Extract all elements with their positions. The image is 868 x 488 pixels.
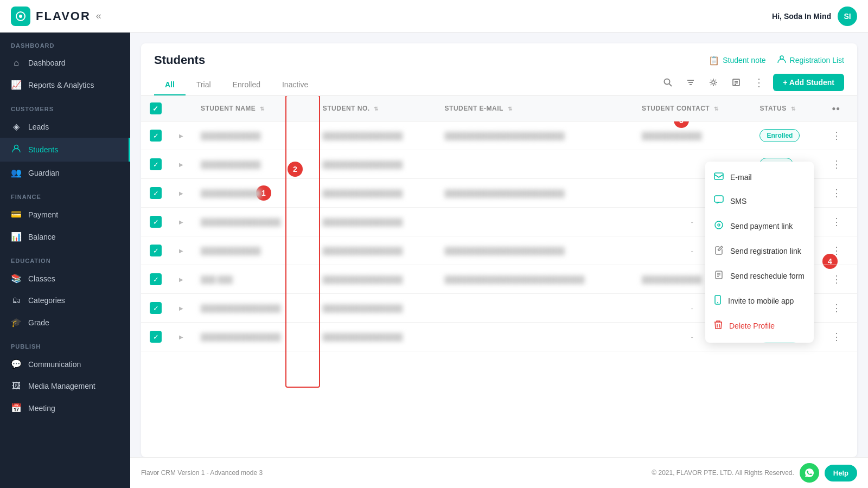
tab-trial[interactable]: Trial (186, 75, 222, 95)
logo-icon (11, 7, 30, 26)
menu-label-email: E-mail (730, 173, 752, 182)
row-more-7[interactable]: ⋮ (832, 302, 841, 314)
panel-header: Students 📋 Student note (141, 43, 857, 67)
row-expand-4[interactable]: ▶ (170, 208, 192, 236)
row-expand-8[interactable]: ▶ (170, 323, 192, 351)
copyright-text: © 2021, FLAVOR PTE. LTD. All Rights Rese… (652, 469, 794, 477)
context-dropdown-menu: E-mail SMS (705, 162, 814, 343)
more-options-button[interactable]: ⋮ (750, 74, 768, 91)
logo-area: FLAVOR « (11, 7, 101, 26)
sidebar-item-balance[interactable]: 📊 Balance (0, 226, 130, 248)
row-checkbox-3[interactable]: ✓ (141, 179, 170, 208)
row-more-2[interactable]: ⋮ (832, 158, 841, 170)
row-more-8[interactable]: ⋮ (832, 331, 841, 343)
reschedule-form-icon (714, 270, 724, 282)
menu-item-mobile-app[interactable]: Invite to mobile app (705, 288, 814, 313)
sidebar-item-categories[interactable]: 🗂 Categories (0, 290, 130, 311)
sidebar-item-meeting[interactable]: 📅 Meeting (0, 397, 130, 419)
menu-item-registration-link[interactable]: Send registration link (705, 239, 814, 264)
sidebar: DASHBOARD ⌂ Dashboard 📈 Reports & Analyt… (0, 33, 130, 488)
sort-icon-no: ⇅ (374, 106, 379, 112)
sidebar-label-classes: Classes (28, 274, 55, 283)
tab-inactive[interactable]: Inactive (271, 75, 319, 95)
sidebar-item-payment[interactable]: 💳 Payment (0, 203, 130, 226)
settings-button[interactable] (705, 74, 722, 91)
section-label-customers: CUSTOMERS (0, 96, 130, 115)
row-checkbox-6[interactable]: ✓ (141, 265, 170, 294)
row-name-4: ████████████████ (192, 208, 314, 236)
row-actions-8: ⋮ (823, 323, 857, 351)
row-no-3: ████████████████ (314, 179, 436, 208)
section-label-education: EDUCATION (0, 248, 130, 267)
menu-item-sms[interactable]: SMS (705, 189, 814, 214)
row-email-5: ████████████████████████ (436, 236, 633, 265)
sidebar-label-grade: Grade (28, 318, 49, 327)
user-avatar[interactable]: SI (838, 7, 857, 26)
add-student-button[interactable]: + Add Student (773, 74, 844, 91)
sidebar-item-media[interactable]: 🖼 Media Management (0, 375, 130, 397)
tab-enrolled[interactable]: Enrolled (222, 75, 271, 95)
menu-label-delete-profile: Delete Profile (729, 322, 775, 330)
row-email-7 (436, 294, 633, 323)
search-button[interactable] (659, 74, 676, 91)
categories-icon: 🗂 (11, 296, 22, 305)
sidebar-item-dashboard[interactable]: ⌂ Dashboard (0, 52, 130, 74)
menu-item-reschedule-form[interactable]: Send reschedule form (705, 264, 814, 288)
svg-point-9 (712, 81, 715, 84)
th-status: STATUS ⇅ (751, 96, 823, 121)
row-more-1[interactable]: ⋮ (832, 130, 841, 142)
sidebar-item-classes[interactable]: 📚 Classes (0, 267, 130, 290)
sidebar-label-leads: Leads (28, 123, 49, 131)
menu-item-payment-link[interactable]: Send payment link (705, 214, 814, 239)
student-note-button[interactable]: 📋 Student note (709, 55, 765, 66)
export-button[interactable] (727, 74, 745, 91)
sidebar-item-communication[interactable]: 💬 Communication (0, 353, 130, 375)
table-row: ✓ ▶ ████████████ ████████████████ ██████… (141, 121, 857, 150)
row-actions-2: ⋮ (823, 150, 857, 179)
collapse-icon[interactable]: « (96, 10, 101, 22)
registration-link-icon (714, 245, 724, 257)
menu-label-mobile-app: Invite to mobile app (728, 297, 794, 305)
svg-point-4 (665, 79, 670, 85)
filter-button[interactable] (682, 74, 699, 91)
registration-list-button[interactable]: Registration List (777, 54, 844, 66)
header-right: Hi, Soda In Mind SI (772, 7, 857, 26)
sidebar-item-reports[interactable]: 📈 Reports & Analytics (0, 74, 130, 96)
tab-all[interactable]: All (154, 75, 186, 95)
row-expand-3[interactable]: ▶ (170, 179, 192, 208)
sidebar-item-guardian[interactable]: 👥 Guardian (0, 162, 130, 184)
menu-item-email[interactable]: E-mail (705, 166, 814, 189)
row-actions-3: ⋮ (823, 179, 857, 208)
row-expand-1[interactable]: ▶ (170, 121, 192, 150)
row-checkbox-8[interactable]: ✓ (141, 323, 170, 351)
sidebar-item-leads[interactable]: ◈ Leads (0, 115, 130, 138)
menu-item-delete-profile[interactable]: Delete Profile (705, 313, 814, 338)
row-expand-5[interactable]: ▶ (170, 236, 192, 265)
sidebar-label-students: Students (28, 145, 58, 154)
select-all-checkbox[interactable]: ✓ (150, 102, 162, 114)
grade-icon: 🎓 (11, 317, 22, 328)
tabs-left: All Trial Enrolled Inactive (154, 75, 319, 95)
row-checkbox-1[interactable]: ✓ (141, 121, 170, 150)
communication-icon: 💬 (11, 359, 22, 369)
sidebar-label-communication: Communication (28, 360, 81, 369)
row-checkbox-4[interactable]: ✓ (141, 208, 170, 236)
sidebar-item-grade[interactable]: 🎓 Grade (0, 311, 130, 333)
sort-icon-status: ⇅ (791, 106, 796, 112)
footer-right: © 2021, FLAVOR PTE. LTD. All Rights Rese… (652, 463, 857, 483)
row-expand-7[interactable]: ▶ (170, 294, 192, 323)
sidebar-item-students[interactable]: Students (0, 138, 130, 162)
row-email-8 (436, 323, 633, 351)
row-more-6[interactable]: ⋮ (832, 273, 841, 285)
row-checkbox-7[interactable]: ✓ (141, 294, 170, 323)
row-actions-6: ⋮ (823, 265, 857, 294)
help-button[interactable]: Help (825, 465, 857, 481)
row-more-4[interactable]: ⋮ (832, 216, 841, 228)
row-more-5[interactable]: ⋮ (832, 245, 841, 256)
row-checkbox-5[interactable]: ✓ (141, 236, 170, 265)
row-expand-6[interactable]: ▶ (170, 265, 192, 294)
whatsapp-button[interactable] (800, 463, 819, 483)
row-expand-2[interactable]: ▶ (170, 150, 192, 179)
row-checkbox-2[interactable]: ✓ (141, 150, 170, 179)
row-more-3[interactable]: ⋮ (832, 187, 841, 199)
